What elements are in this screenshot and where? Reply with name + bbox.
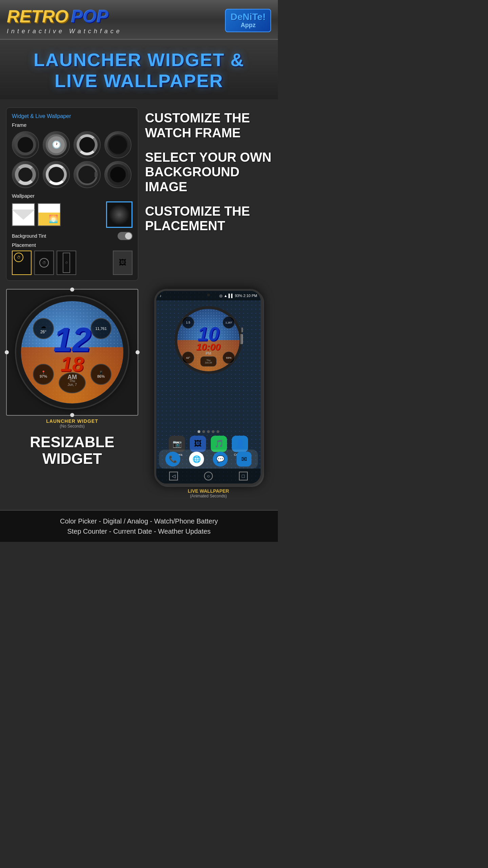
widget-frame: ☁ 26° 11,761 📍 97% Thu Jun, 7 <box>6 289 138 416</box>
watch-time: 12 18 AM <box>53 324 91 381</box>
frame-option-6[interactable] <box>43 161 70 188</box>
dock-browser[interactable]: 🌐 <box>189 452 204 467</box>
complication-steps: 11,761 <box>90 318 111 339</box>
panel-header: Widget & Live Wallpaper <box>12 113 133 119</box>
phone-mockup: ♪ ◎ ▲ ▌▌ 93% 2:10 PM 1.5 1,167 42° ThuJu… <box>154 289 263 486</box>
phone-nav-bar: ◁ ○ □ <box>156 469 261 484</box>
wallpaper-sunset[interactable]: 🌅 <box>38 203 61 226</box>
wallpaper-blank[interactable] <box>12 203 35 226</box>
resizable-line1: RESIZABLE <box>6 434 138 450</box>
placement-label: Placement <box>12 242 133 248</box>
phone-screen: ♪ ◎ ▲ ▌▌ 93% 2:10 PM 1.5 1,167 42° ThuJu… <box>156 291 261 484</box>
frames-grid: 🕐 <box>12 131 133 188</box>
resize-handle-right[interactable] <box>136 350 140 354</box>
phone-sub-label: (Animated Seconds) <box>188 494 229 498</box>
phone-watch: 1.5 1,167 42° ThuJun,34 93% 10 10:00 PM <box>175 306 242 374</box>
widget-sub-label: (No Seconds) <box>6 424 138 429</box>
footer: Color Picker - Digital / Analog - Watch/… <box>0 510 278 542</box>
phone-dock: 📞 🌐 💬 ✉ <box>159 450 258 469</box>
main-title-section: LAUNCHER WIDGET & LIVE WALLPAPER <box>0 40 278 99</box>
bottom-section: ☁ 26° 11,761 📍 97% Thu Jun, 7 <box>0 289 278 507</box>
watch-face-large: ☁ 26° 11,761 📍 97% Thu Jun, 7 <box>16 296 128 408</box>
wallpaper-dark[interactable] <box>106 201 133 228</box>
placement-center[interactable]: ⏱ <box>34 251 54 275</box>
placement-gallery[interactable]: 🖼 <box>113 251 133 275</box>
frame-section-label: Frame <box>12 122 133 128</box>
main-title-line2: LIVE WALLPAPER <box>7 70 271 91</box>
dock-phone[interactable]: 📞 <box>165 452 180 467</box>
footer-line2: Step Counter - Current Date - Weather Up… <box>7 526 271 536</box>
wallpaper-label: Wallpaper <box>12 193 133 199</box>
frame-option-3[interactable] <box>74 131 101 158</box>
widget-label: LAUNCHER WIDGET <box>6 418 138 424</box>
main-title-line1: LAUNCHER WIDGET & <box>7 49 271 70</box>
frame-option-1[interactable] <box>12 131 39 158</box>
ui-panel: Widget & Live Wallpaper Frame 🕐 <box>6 107 138 281</box>
phone-display: ♪ ◎ ▲ ▌▌ 93% 2:10 PM 1.5 1,167 42° ThuJu… <box>145 289 272 498</box>
phone-label: LIVE WALLPAPER <box>188 488 229 494</box>
header-title-group: RETRO POP Interactive Watchface <box>7 6 122 35</box>
resize-handle-bottom[interactable] <box>70 413 74 417</box>
phone-time: 10 10:00 PM <box>196 325 221 355</box>
feature-2-text: SELECT YOUR OWN BACKGROUND IMAGE <box>145 150 272 195</box>
subtitle: Interactive Watchface <box>7 28 122 35</box>
frame-option-2[interactable]: 🕐 <box>43 131 70 158</box>
placement-center-right[interactable]: ⏱ <box>57 251 76 275</box>
status-left: ♪ <box>160 294 162 298</box>
dock-messages[interactable]: 💬 <box>213 452 228 467</box>
nav-recent[interactable]: □ <box>239 472 248 480</box>
complication-phone-battery: 📱 86% <box>90 364 111 385</box>
app-header: RETRO POP Interactive Watchface DeNiTe! … <box>0 0 278 40</box>
title-pop: POP <box>71 6 108 26</box>
frame-option-7[interactable] <box>74 161 101 188</box>
nav-home[interactable]: ○ <box>204 472 213 480</box>
watch-hour-display: 12 <box>53 324 91 355</box>
bg-tint-label: Background Tint <box>12 233 46 239</box>
main-title: LAUNCHER WIDGET & LIVE WALLPAPER <box>7 49 271 91</box>
feature-panel: CUSTOMIZE THE WATCH FRAME SELECT YOUR OW… <box>145 107 272 281</box>
widget-label-row: LAUNCHER WIDGET (No Seconds) <box>6 418 138 429</box>
phone-label-row: LIVE WALLPAPER (Animated Seconds) <box>188 488 229 498</box>
frame-option-4[interactable] <box>104 131 131 158</box>
denite-logo: DeNiTe! Appz <box>225 9 271 32</box>
complication-battery: 📍 97% <box>33 364 54 385</box>
resizable-widget-section: RESIZABLE WIDGET <box>6 434 138 467</box>
frame-option-8[interactable] <box>104 161 131 188</box>
feature-3-text: CUSTOMIZE THE PLACEMENT <box>145 204 272 234</box>
resize-handle-top[interactable] <box>70 288 74 292</box>
feature-1-text: CUSTOMIZE THE WATCH FRAME <box>145 111 272 140</box>
nav-back[interactable]: ◁ <box>169 472 178 480</box>
footer-line1: Color Picker - Digital / Analog - Watch/… <box>7 516 271 526</box>
appz-text: Appz <box>230 22 266 29</box>
status-right: ◎ ▲ ▌▌ 93% 2:10 PM <box>219 294 257 298</box>
widget-display: ☁ 26° 11,761 📍 97% Thu Jun, 7 <box>6 289 138 498</box>
placement-grid: ⏱ ⏱ ⏱ 🖼 <box>12 251 133 275</box>
bg-tint-row: Background Tint <box>12 232 133 240</box>
dock-email[interactable]: ✉ <box>237 452 251 467</box>
title-retro: RETRO <box>7 6 68 26</box>
placement-top-left[interactable]: ⏱ <box>12 251 32 275</box>
watch-ampm: AM <box>53 374 91 381</box>
denite-text: DeNiTe! <box>230 12 266 22</box>
complication-weather: ☁ 26° <box>33 318 54 339</box>
bg-tint-toggle[interactable] <box>118 232 133 240</box>
resizable-line2: WIDGET <box>6 451 138 467</box>
frame-option-5[interactable] <box>12 161 39 188</box>
toggle-knob <box>125 233 132 239</box>
wallpaper-grid: 🌅 <box>12 201 133 228</box>
resize-handle-left[interactable] <box>5 350 9 354</box>
content-area: Widget & Live Wallpaper Frame 🕐 <box>0 99 278 289</box>
